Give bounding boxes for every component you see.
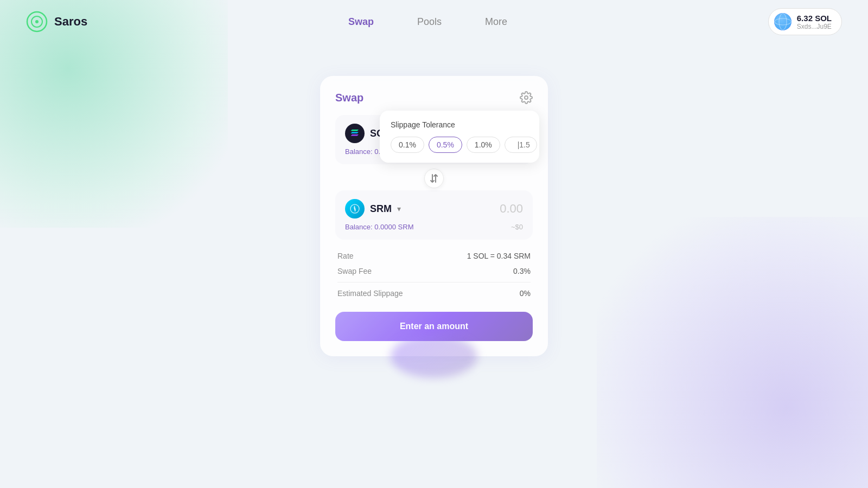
rate-row: Rate 1 SOL = 0.34 SRM: [337, 248, 531, 264]
rate-section: Rate 1 SOL = 0.34 SRM Swap Fee 0.3% Esti…: [335, 248, 533, 301]
slippage-custom-input[interactable]: [505, 137, 537, 153]
srm-icon: [345, 199, 365, 219]
token-to-balance: Balance: 0.0000 SRM: [345, 223, 413, 231]
logo-area: Saros: [26, 11, 87, 33]
slippage-option-2[interactable]: 1.0%: [467, 137, 500, 153]
main-content: Swap Slippage Tolerance 0.1% 0.5% 1.0%: [0, 43, 868, 356]
nav-link-swap[interactable]: Swap: [348, 16, 374, 28]
saros-logo-icon: [26, 11, 48, 33]
app-name: Saros: [54, 15, 87, 29]
token-to-selector[interactable]: SRM ▾: [345, 199, 401, 219]
nav-links: Swap Pools More: [348, 16, 507, 28]
wallet-button[interactable]: 6.32 SOL Sxds...Ju9E: [768, 8, 842, 35]
svg-point-2: [35, 20, 39, 23]
slippage-options: 0.1% 0.5% 1.0%: [391, 137, 528, 153]
slippage-option-1[interactable]: 0.5%: [429, 137, 462, 153]
rate-label: Rate: [337, 252, 354, 260]
svg-point-3: [774, 13, 792, 30]
slippage-est-value: 0%: [520, 289, 531, 298]
slippage-option-0[interactable]: 0.1%: [391, 137, 424, 153]
fee-row: Swap Fee 0.3%: [337, 264, 531, 279]
settings-icon[interactable]: [520, 91, 533, 104]
swap-card: Swap Slippage Tolerance 0.1% 0.5% 1.0%: [320, 76, 548, 356]
divider: [337, 282, 531, 282]
fee-label: Swap Fee: [337, 267, 372, 275]
token-to-row: SRM ▾ 0.00 Balance: 0.0000 SRM ~$0: [335, 190, 533, 240]
nav-link-more[interactable]: More: [485, 16, 507, 28]
token-to-top: SRM ▾ 0.00: [345, 199, 523, 219]
bottom-decoration-blob: [391, 335, 477, 378]
swap-direction-button[interactable]: [424, 169, 444, 188]
card-title: Swap: [335, 92, 363, 104]
token-to-usd: ~$0: [511, 223, 523, 231]
slippage-panel: Slippage Tolerance 0.1% 0.5% 1.0%: [380, 111, 539, 163]
card-header: Swap: [335, 91, 533, 104]
fee-value: 0.3%: [513, 267, 531, 275]
wallet-address: Sxds...Ju9E: [797, 23, 832, 30]
slippage-title: Slippage Tolerance: [391, 120, 528, 129]
wallet-icon: [774, 13, 792, 30]
slippage-row: Estimated Slippage 0%: [337, 286, 531, 301]
sol-icon: [345, 124, 365, 143]
wallet-info: 6.32 SOL Sxds...Ju9E: [797, 14, 832, 30]
nav-link-pools[interactable]: Pools: [417, 16, 442, 28]
navbar: Saros Swap Pools More 6.32 SOL Sx: [0, 0, 868, 43]
wallet-balance: 6.32 SOL: [797, 14, 832, 23]
token-to-bottom: Balance: 0.0000 SRM ~$0: [345, 223, 523, 231]
svg-point-6: [525, 96, 528, 99]
token-to-amount: 0.00: [500, 202, 523, 216]
token-to-symbol: SRM: [370, 203, 392, 215]
rate-value: 1 SOL = 0.34 SRM: [467, 252, 531, 260]
swap-direction: [335, 169, 533, 188]
slippage-est-label: Estimated Slippage: [337, 289, 403, 298]
chevron-down-icon: ▾: [397, 204, 401, 213]
